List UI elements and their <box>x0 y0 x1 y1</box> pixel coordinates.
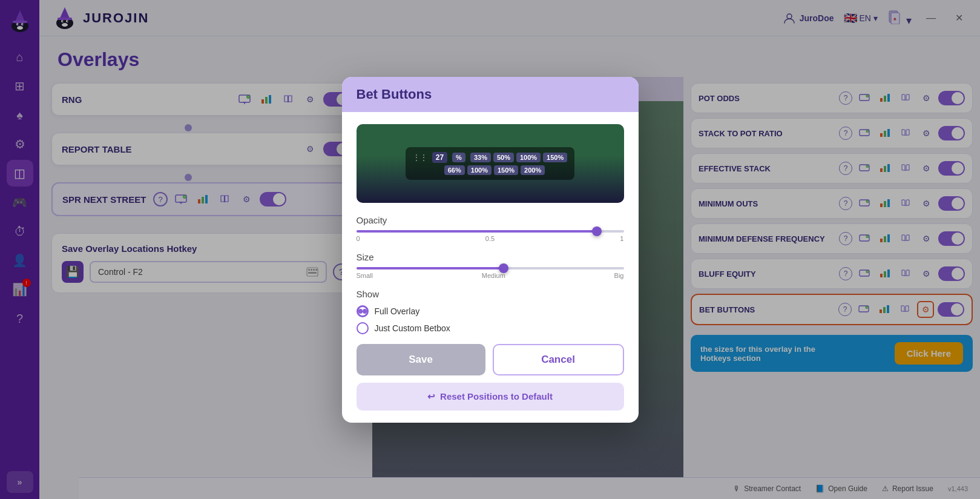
opacity-thumb <box>592 226 602 236</box>
opacity-label: Opacity <box>357 215 624 225</box>
size-label: Size <box>357 252 624 262</box>
modal-reset-button[interactable]: ↩ Reset Positions to Default <box>357 383 624 411</box>
size-track[interactable] <box>357 267 624 269</box>
opacity-track[interactable] <box>357 230 624 233</box>
modal-preview: ⋮⋮ 27 % 33% 50% 100% 150% 66% 1 <box>357 124 624 203</box>
bet-row-2: 66% 100% 150% 200% <box>413 165 567 175</box>
bet-150: 150% <box>543 153 567 162</box>
modal-overlay: Bet Buttons ⋮⋮ 27 % 33% 50% 100% 150% <box>0 0 980 499</box>
opacity-max: 1 <box>620 235 623 242</box>
bet-bottom-row: 66% 100% 150% 200% <box>444 165 545 175</box>
opacity-fill <box>357 230 597 233</box>
radio-custom-label: Just Custom Betbox <box>375 323 450 333</box>
reset-label: Reset Positions to Default <box>440 391 553 402</box>
bet-100b: 100% <box>467 165 492 175</box>
size-marks: Small Medium Big <box>357 272 624 279</box>
bet-top-row: 33% 50% 100% 150% <box>470 153 567 162</box>
bet-number: 27 <box>432 152 447 163</box>
size-thumb <box>499 263 508 273</box>
size-max: Big <box>614 272 624 279</box>
drag-handle-icon: ⋮⋮ <box>413 153 427 162</box>
bet-150b: 150% <box>494 165 518 175</box>
modal-cancel-button[interactable]: Cancel <box>493 344 624 375</box>
radio-full-overlay-dot <box>358 309 363 314</box>
radio-custom-betbox[interactable]: Just Custom Betbox <box>357 322 624 334</box>
bet-200: 200% <box>521 165 545 175</box>
modal-save-button[interactable]: Save <box>357 344 485 375</box>
size-slider-section: Size Small Medium Big <box>357 252 624 279</box>
reset-icon: ↩ <box>427 391 435 402</box>
bet-100: 100% <box>516 153 541 162</box>
bet-50: 50% <box>493 153 514 162</box>
bet-buttons-modal: Bet Buttons ⋮⋮ 27 % 33% 50% 100% 150% <box>342 77 639 423</box>
radio-full-overlay-label: Full Overlay <box>375 306 420 316</box>
show-label: Show <box>357 289 624 299</box>
bet-33: 33% <box>470 153 491 162</box>
opacity-marks: 0 0.5 1 <box>357 235 624 242</box>
size-min: Small <box>357 272 373 279</box>
bet-percent-symbol: % <box>452 153 465 162</box>
show-section: Show Full Overlay Just Custom Betbox <box>357 289 624 334</box>
radio-full-overlay-circle <box>357 305 369 317</box>
modal-body: ⋮⋮ 27 % 33% 50% 100% 150% 66% 1 <box>342 112 639 423</box>
modal-actions: Save Cancel <box>357 344 624 375</box>
radio-full-overlay[interactable]: Full Overlay <box>357 305 624 317</box>
size-fill <box>357 267 504 269</box>
modal-title: Bet Buttons <box>357 87 432 102</box>
modal-header: Bet Buttons <box>342 77 639 112</box>
radio-custom-circle <box>357 322 369 334</box>
opacity-min: 0 <box>357 235 360 242</box>
opacity-mid: 0.5 <box>485 235 495 242</box>
bet-preview-widget: ⋮⋮ 27 % 33% 50% 100% 150% 66% 1 <box>406 147 574 180</box>
opacity-slider-section: Opacity 0 0.5 1 <box>357 215 624 242</box>
bet-66: 66% <box>444 165 465 175</box>
bet-row-1: ⋮⋮ 27 % 33% 50% 100% 150% <box>413 152 567 163</box>
